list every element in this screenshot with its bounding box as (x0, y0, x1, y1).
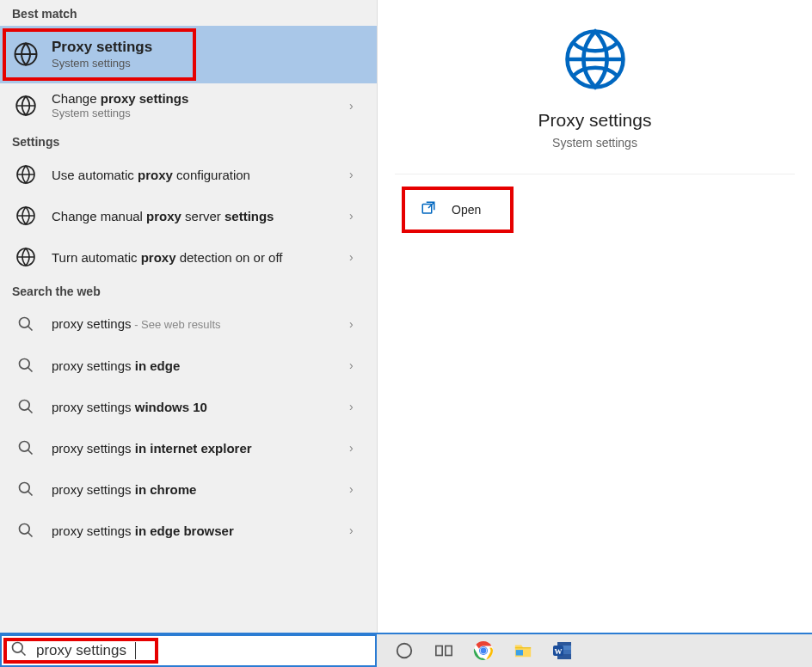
svg-point-9 (20, 483, 30, 493)
result-settings-item[interactable]: Change manual proxy server settings › (0, 195, 377, 236)
section-header-best-match: Best match (0, 0, 377, 26)
chevron-right-icon: › (349, 209, 365, 223)
result-subtitle: System settings (52, 57, 365, 71)
svg-rect-21 (516, 650, 523, 655)
result-web-item[interactable]: proxy settings windows 10 › (0, 386, 377, 427)
result-title: Proxy settings (52, 38, 365, 57)
file-explorer-icon[interactable] (511, 639, 535, 663)
result-best-match[interactable]: Proxy settings System settings (0, 26, 377, 83)
svg-point-5 (20, 318, 30, 328)
svg-text:W: W (555, 647, 563, 656)
svg-rect-16 (446, 646, 452, 656)
chevron-right-icon: › (349, 250, 365, 264)
svg-point-20 (481, 648, 487, 654)
svg-rect-15 (436, 646, 442, 656)
chevron-right-icon: › (349, 523, 365, 537)
search-icon (12, 517, 40, 544)
result-title: Turn automatic proxy detection on or off (52, 249, 310, 266)
result-settings-item[interactable]: Turn automatic proxy detection on or off… (0, 236, 377, 278)
search-icon (12, 475, 40, 503)
result-title: Change manual proxy server settings (52, 208, 337, 225)
section-header-web: Search the web (0, 278, 377, 303)
result-settings-item[interactable]: Use automatic proxy configuration › (0, 154, 377, 195)
svg-point-14 (397, 644, 412, 658)
search-input[interactable]: proxy settings (0, 634, 377, 667)
open-label: Open (452, 203, 481, 217)
result-web-item[interactable]: proxy settings in edge › (0, 345, 377, 386)
chevron-right-icon: › (349, 99, 365, 113)
search-icon (12, 393, 40, 420)
word-icon[interactable]: W (551, 639, 575, 663)
section-header-settings: Settings (0, 128, 377, 154)
open-icon (421, 200, 436, 219)
svg-rect-23 (557, 642, 571, 646)
chrome-icon[interactable] (471, 639, 495, 663)
result-web-item[interactable]: proxy settings in edge browser › (0, 510, 377, 551)
globe-icon (12, 161, 40, 188)
result-web-item[interactable]: proxy settings in chrome › (0, 468, 377, 510)
svg-point-6 (20, 359, 30, 370)
result-title: proxy settings in edge browser (52, 523, 337, 540)
svg-point-8 (20, 442, 30, 452)
chevron-right-icon: › (349, 400, 365, 413)
preview-subtitle: System settings (378, 136, 812, 150)
globe-icon (12, 202, 40, 229)
result-title: proxy settings windows 10 (52, 399, 337, 416)
preview-title: Proxy settings (378, 110, 812, 131)
search-icon (12, 352, 40, 379)
result-web-item[interactable]: proxy settings - See web results › (0, 303, 377, 345)
search-icon (12, 434, 40, 462)
globe-icon (12, 40, 40, 68)
text-caret (135, 642, 136, 659)
svg-point-7 (20, 401, 30, 411)
chevron-right-icon: › (349, 168, 365, 181)
result-title: proxy settings in internet explorer (52, 440, 337, 457)
cortana-icon[interactable] (392, 639, 416, 663)
svg-point-13 (13, 643, 23, 653)
task-view-icon[interactable] (432, 639, 456, 663)
result-web-item[interactable]: proxy settings in internet explorer › (0, 427, 377, 468)
chevron-right-icon: › (349, 358, 365, 372)
taskbar: proxy settings W (0, 633, 812, 667)
result-title: proxy settings in chrome (52, 481, 337, 499)
search-icon (10, 640, 28, 661)
svg-point-10 (20, 524, 30, 535)
chevron-right-icon: › (349, 317, 365, 331)
search-icon (12, 310, 40, 338)
chevron-right-icon: › (349, 441, 365, 455)
search-text: proxy settings (36, 642, 126, 659)
globe-icon (12, 92, 40, 119)
result-change-proxy[interactable]: Change proxy settings System settings › (0, 83, 377, 128)
result-title: proxy settings - See web results (52, 315, 337, 333)
result-subtitle: System settings (52, 107, 337, 121)
globe-large-icon (378, 26, 812, 96)
preview-pane: Proxy settings System settings Open (377, 0, 812, 633)
result-title: Change proxy settings (52, 90, 337, 107)
search-results-pane: Best match Proxy settings System setting… (0, 0, 377, 633)
result-title: Use automatic proxy configuration (52, 167, 337, 184)
chevron-right-icon: › (349, 482, 365, 496)
globe-icon (12, 243, 40, 271)
open-button[interactable]: Open (402, 187, 514, 233)
result-title: proxy settings in edge (52, 358, 337, 375)
